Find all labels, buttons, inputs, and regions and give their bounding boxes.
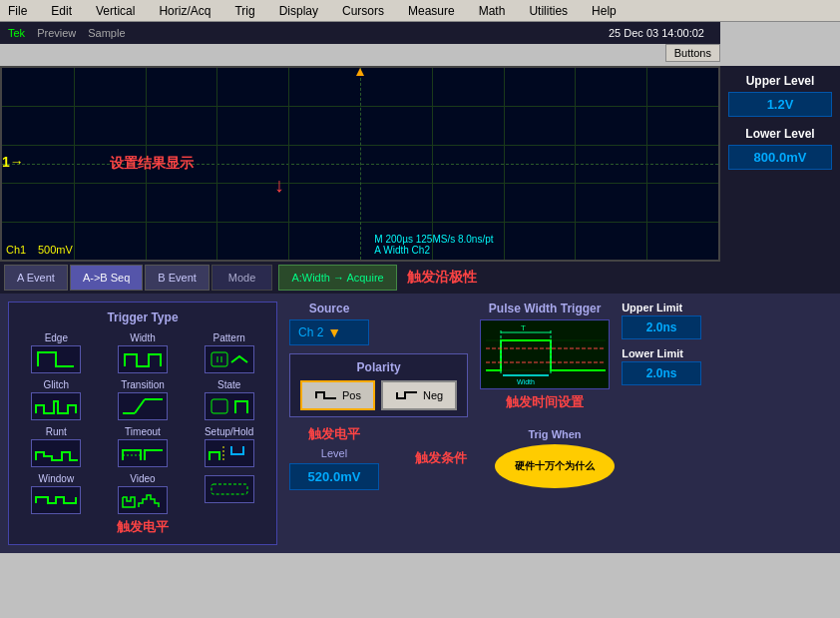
tab-ab-seq[interactable]: A->B Seq	[70, 265, 143, 291]
upper-level-box: Upper Level 1.2V	[728, 74, 832, 117]
trigger-setuphold[interactable]: Setup/Hold	[190, 426, 268, 467]
watermark: 硬件十万个为什么	[495, 444, 615, 488]
lower-limit-value[interactable]: 2.0ns	[622, 361, 701, 385]
scope-right-panel: Upper Level 1.2V Lower Level 800.0mV	[720, 66, 840, 262]
trigger-setuphold-label: Setup/Hold	[205, 426, 253, 437]
tab-annotation: 触发沿极性	[407, 269, 477, 287]
upper-level-label: Upper Level	[728, 74, 832, 88]
polarity-neg-btn[interactable]: Neg	[381, 380, 457, 410]
menu-display[interactable]: Display	[275, 2, 322, 20]
trigger-width[interactable]: Width	[104, 332, 183, 373]
polarity-label: Polarity	[357, 360, 401, 374]
dropdown-arrow-icon: ▼	[327, 324, 341, 340]
tab-mode[interactable]: Mode	[211, 265, 273, 291]
polarity-box: Polarity Pos Neg	[289, 353, 468, 417]
scope-measure: M 200µs 125MS/s 8.0ns/pt A Width Ch2	[374, 234, 493, 256]
svg-rect-8	[211, 399, 227, 413]
svg-line-5	[135, 399, 145, 413]
trigger-transition-label: Transition	[121, 379, 165, 390]
buttons-label[interactable]: Buttons	[665, 44, 720, 62]
menu-edit[interactable]: Edit	[47, 2, 76, 20]
grid-center-v	[360, 68, 361, 260]
menu-bar: File Edit Vertical Horiz/Acq Trig Displa…	[0, 0, 840, 22]
grid-v7	[575, 68, 576, 260]
scope-arrow: ↓	[274, 174, 284, 197]
trigger-state[interactable]: State	[190, 379, 268, 420]
tab-a-event[interactable]: A Event	[4, 265, 68, 291]
upper-limit-value[interactable]: 2.0ns	[622, 315, 701, 339]
scope-screen: 1→ 设置结果显示 ↓ Ch1 500mV M 200µs 125MS/s 8.…	[0, 66, 720, 262]
trigger-type-title: Trigger Type	[17, 310, 268, 324]
grid-v8	[646, 68, 647, 260]
grid-v5	[432, 68, 433, 260]
trigger-pattern-label: Pattern	[213, 332, 245, 343]
trigger-video-label: Video	[130, 473, 155, 484]
lower-limit-label: Lower Limit	[622, 347, 701, 359]
menu-vertical[interactable]: Vertical	[92, 2, 139, 20]
trigger-type-box: Trigger Type Edge Width Pattern	[8, 302, 277, 545]
lower-level-label: Lower Level	[728, 127, 832, 141]
svg-text:Width: Width	[517, 378, 535, 385]
trigger-window[interactable]: Window	[17, 473, 96, 514]
trigger-pattern[interactable]: Pattern	[190, 332, 268, 373]
limits-box: Upper Limit 2.0ns Lower Limit 2.0ns	[622, 302, 701, 417]
trigger-custom-icon	[205, 475, 254, 503]
trigger-edge[interactable]: Edge	[17, 332, 96, 373]
pulse-annotation: 触发时间设置	[506, 393, 584, 411]
trigger-transition[interactable]: Transition	[104, 379, 183, 420]
menu-math[interactable]: Math	[475, 2, 510, 20]
polarity-pos-label: Pos	[342, 389, 361, 401]
trigger-edge-label: Edge	[45, 332, 68, 343]
menu-horiz[interactable]: Horiz/Acq	[155, 2, 214, 20]
trigger-video-icon	[118, 486, 168, 514]
level-sublabel: Level	[321, 447, 347, 459]
bottom-panel: Trigger Type Edge Width Pattern	[0, 294, 840, 553]
trigger-grid: Edge Width Pattern Glitch	[17, 332, 268, 514]
trigger-timeout-label: Timeout	[125, 426, 161, 437]
trig-when-label: Trig When	[528, 428, 581, 440]
source-select[interactable]: Ch 2 ▼	[289, 319, 369, 345]
upper-limit-label: Upper Limit	[622, 302, 701, 313]
menu-help[interactable]: Help	[588, 2, 621, 20]
trigger-state-icon	[205, 392, 254, 420]
scope-area: Tek Preview Sample 25 Dec 03 14:00:02 Bu…	[0, 22, 840, 262]
status-sample: Sample	[88, 27, 125, 39]
level-annotation: 触发电平	[308, 425, 360, 443]
menu-trig[interactable]: Trig	[230, 2, 258, 20]
source-label: Source	[309, 302, 350, 315]
status-left: Tek Preview Sample	[8, 27, 126, 39]
scope-annotation: 设置结果显示	[110, 155, 194, 173]
bottom-right-top: Source Ch 2 ▼ Polarity Pos	[289, 302, 832, 417]
trigger-pattern-icon	[205, 345, 254, 373]
trigger-timeout[interactable]: Timeout	[104, 426, 183, 467]
bottom-right: Source Ch 2 ▼ Polarity Pos	[289, 302, 832, 545]
polarity-pos-btn[interactable]: Pos	[300, 380, 375, 410]
trigger-video[interactable]: Video	[104, 473, 183, 514]
polarity-buttons: Pos Neg	[300, 380, 457, 410]
tab-b-event[interactable]: B Event	[145, 265, 210, 291]
trigger-window-icon	[31, 486, 81, 514]
ch1-label: Ch1	[6, 244, 26, 256]
trigger-glitch-label: Glitch	[44, 379, 70, 390]
menu-utilities[interactable]: Utilities	[525, 2, 572, 20]
trigger-width-icon	[118, 345, 168, 373]
upper-level-value[interactable]: 1.2V	[728, 92, 832, 117]
trigger-edge-icon	[31, 345, 81, 373]
trigger-runt-icon	[31, 439, 81, 467]
trigger-custom[interactable]	[190, 473, 268, 514]
pulse-width-box: Pulse Width Trigger	[480, 302, 610, 389]
trigger-state-label: State	[217, 379, 240, 390]
menu-measure[interactable]: Measure	[404, 2, 459, 20]
tab-acquire[interactable]: A:Width → Acquire	[278, 265, 396, 291]
trigger-runt-label: Runt	[46, 426, 67, 437]
status-tek: Tek	[8, 27, 25, 39]
polarity-neg-label: Neg	[423, 389, 443, 401]
trigger-glitch[interactable]: Glitch	[17, 379, 96, 420]
trigger-runt[interactable]: Runt	[17, 426, 96, 467]
upper-limit-item: Upper Limit 2.0ns	[622, 302, 701, 339]
lower-level-value[interactable]: 800.0mV	[728, 145, 832, 170]
level-value[interactable]: 520.0mV	[289, 463, 379, 490]
menu-file[interactable]: File	[4, 2, 31, 20]
menu-cursors[interactable]: Cursors	[338, 2, 388, 20]
bottom-row: 触发电平 Level 520.0mV 触发条件 Trig When 硬件十万个为…	[289, 425, 832, 490]
